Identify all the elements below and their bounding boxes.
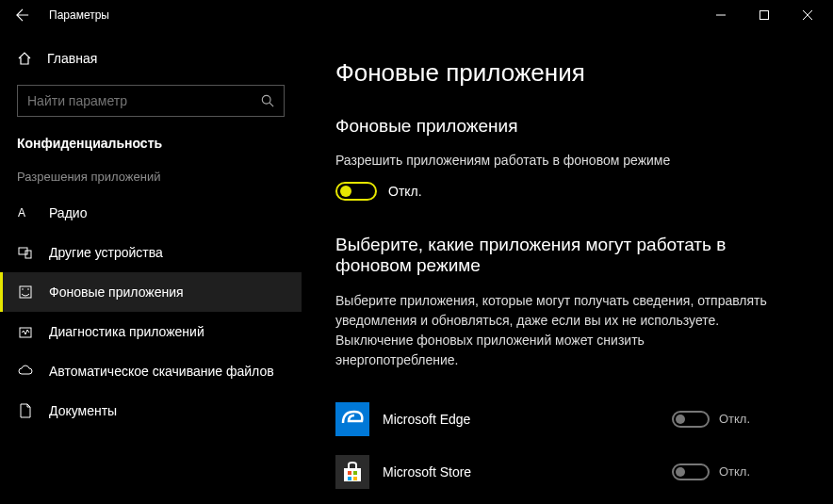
svg-rect-10 [20, 328, 31, 337]
sidebar-item-label: Документы [49, 403, 117, 418]
sidebar-item-label: Другие устройства [49, 245, 163, 260]
svg-text:A: A [18, 206, 25, 219]
search-input[interactable] [27, 93, 261, 108]
svg-line-3 [270, 103, 273, 106]
sidebar-item-other-devices[interactable]: Другие устройства [0, 233, 302, 272]
sidebar-item-documents[interactable]: Документы [0, 391, 302, 431]
close-button[interactable] [786, 0, 829, 30]
home-label: Главная [47, 51, 97, 66]
svg-rect-1 [760, 11, 769, 20]
apps-section-heading: Выберите, какие приложения могут работат… [335, 235, 769, 276]
svg-rect-16 [348, 477, 351, 480]
app-name-label: Microsoft Edge [383, 412, 659, 427]
background-apps-icon [17, 284, 34, 301]
app-toggle-store[interactable] [672, 463, 710, 480]
store-icon [335, 455, 369, 489]
sidebar-item-label: Фоновые приложения [49, 285, 184, 300]
diagnostics-icon [17, 323, 34, 340]
master-toggle-description: Разрешить приложениям работать в фоновом… [335, 152, 731, 171]
home-icon [17, 51, 32, 66]
app-name-label: Microsoft Store [383, 464, 659, 480]
svg-rect-17 [353, 477, 357, 480]
svg-point-8 [22, 288, 24, 290]
search-icon [261, 94, 274, 107]
svg-rect-14 [348, 471, 351, 475]
edge-icon [335, 402, 369, 436]
section-header: Конфиденциальность [0, 136, 302, 151]
page-title: Фоновые приложения [335, 58, 799, 88]
app-row-store: Microsoft Store Откл. [335, 446, 750, 498]
maximize-button[interactable] [743, 0, 786, 30]
home-button[interactable]: Главная [0, 41, 302, 75]
arrow-left-icon [16, 8, 29, 22]
radio-icon: A [17, 204, 34, 221]
master-toggle-state: Откл. [388, 184, 422, 199]
app-toggle-state: Откл. [719, 464, 750, 479]
svg-rect-15 [353, 471, 357, 475]
app-row-edge: Microsoft Edge Откл. [335, 393, 750, 446]
content-area: Фоновые приложения Фоновые приложения Ра… [302, 30, 833, 504]
sidebar-item-background-apps[interactable]: Фоновые приложения [0, 272, 302, 312]
svg-point-9 [27, 288, 29, 290]
svg-point-2 [262, 95, 270, 104]
document-icon [17, 402, 34, 419]
svg-rect-11 [335, 402, 369, 436]
svg-rect-13 [344, 468, 361, 481]
app-toggle-edge[interactable] [672, 411, 710, 428]
sidebar-item-radio[interactable]: A Радио [0, 193, 302, 233]
window-title: Параметры [49, 8, 109, 22]
master-toggle[interactable] [335, 182, 377, 201]
maximize-icon [760, 10, 769, 20]
devices-icon [17, 244, 34, 261]
sidebar-item-label: Автоматическое скачивание файлов [49, 364, 274, 379]
sidebar: Главная Конфиденциальность Разрешения пр… [0, 30, 302, 504]
group-label: Разрешения приложений [0, 170, 302, 184]
search-box[interactable] [17, 85, 285, 117]
minimize-icon [716, 10, 726, 20]
cloud-icon [17, 363, 34, 380]
minimize-button[interactable] [699, 0, 743, 30]
sidebar-item-app-diagnostics[interactable]: Диагностика приложений [0, 312, 302, 351]
app-toggle-state: Откл. [719, 412, 750, 426]
back-button[interactable] [4, 0, 41, 30]
section-heading: Фоновые приложения [335, 116, 799, 137]
sidebar-item-label: Радио [49, 205, 87, 220]
titlebar: Параметры [0, 0, 833, 30]
sidebar-item-label: Диагностика приложений [49, 324, 204, 339]
sidebar-item-auto-downloads[interactable]: Автоматическое скачивание файлов [0, 351, 302, 391]
close-icon [803, 10, 812, 20]
apps-section-description: Выберите приложения, которые могут получ… [335, 291, 769, 370]
